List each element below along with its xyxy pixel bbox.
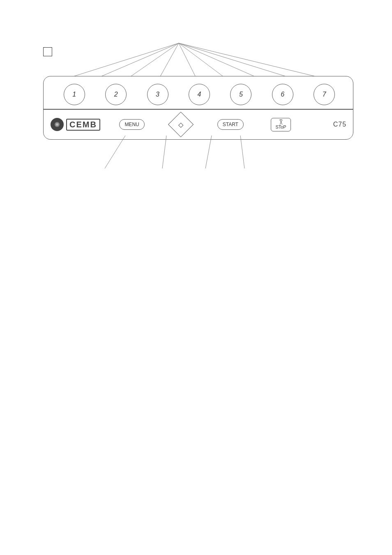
numbered-buttons-row: 1 2 3 4 5 6 7 [47, 80, 351, 109]
start-button[interactable]: START [217, 119, 244, 130]
svg-line-9 [105, 136, 125, 168]
button-4[interactable]: 4 [189, 84, 210, 105]
svg-line-3 [158, 43, 179, 80]
button-5[interactable]: 5 [230, 84, 251, 105]
svg-line-1 [92, 43, 179, 80]
controls-row: CEMB MENU ◇ START ╳ SToP C75 [47, 110, 351, 139]
button-3[interactable]: 3 [147, 84, 168, 105]
model-label: C75 [333, 121, 346, 128]
logo-area: CEMB [51, 118, 100, 131]
svg-line-8 [179, 43, 331, 80]
svg-line-0 [62, 43, 179, 80]
logo-circle-icon [51, 118, 64, 131]
svg-line-7 [179, 43, 298, 80]
svg-line-6 [179, 43, 263, 80]
button-2[interactable]: 2 [105, 84, 127, 105]
button-1[interactable]: 1 [64, 84, 85, 105]
svg-line-2 [125, 43, 179, 80]
svg-line-10 [162, 136, 166, 168]
nav-button[interactable]: ◇ [168, 112, 194, 137]
button-6[interactable]: 6 [272, 84, 293, 105]
leader-lines-svg [43, 136, 353, 173]
stop-button[interactable]: ╳ SToP [271, 118, 291, 131]
svg-line-11 [205, 136, 212, 168]
brand-logo: CEMB [66, 119, 100, 131]
svg-line-4 [179, 43, 197, 80]
nav-diamond-icon: ◇ [178, 121, 183, 129]
panel-divider [44, 109, 353, 110]
top-square-checkbox[interactable] [43, 47, 52, 56]
page-container: 1 2 3 4 5 6 7 CEMB MENU [0, 0, 392, 555]
stop-overline-symbol: ╳ [280, 120, 282, 124]
svg-line-12 [240, 136, 244, 168]
svg-line-5 [179, 43, 228, 80]
menu-button[interactable]: MENU [119, 119, 144, 130]
button-7[interactable]: 7 [314, 84, 335, 105]
